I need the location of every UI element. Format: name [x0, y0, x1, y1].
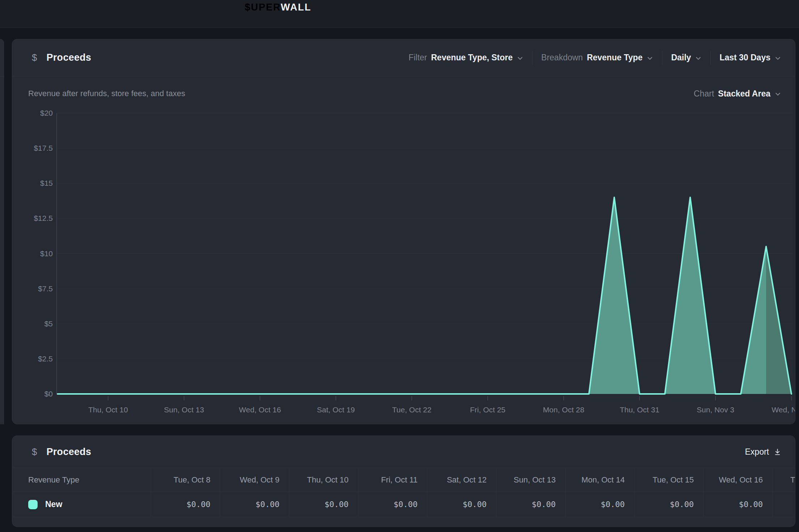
- column-header-date: Wed, Oct 16: [703, 468, 772, 492]
- chart-card-title: Proceeds: [46, 52, 91, 63]
- value-cell: $0.00: [358, 492, 427, 517]
- controls-divider: [532, 51, 533, 65]
- chevron-down-icon: [695, 55, 702, 62]
- proceeds-table-card: $ Proceeds Export Revenue TypeTue, Oct 8…: [12, 436, 795, 527]
- x-axis-tick-label: Tue, Oct 22: [372, 406, 452, 414]
- value-cell: $0.00: [151, 492, 220, 517]
- controls-divider: [710, 51, 711, 65]
- column-header-date: Mon, Oct 14: [565, 468, 634, 492]
- x-axis-tick-label: Mon, Oct 28: [524, 406, 603, 414]
- table-card-header: $ Proceeds Export: [12, 436, 795, 468]
- table-row[interactable]: New$0.00$0.00$0.00$0.00$0.00$0.00$0.00$0…: [12, 492, 795, 517]
- chart-type-dropdown[interactable]: Chart Stacked Area: [694, 89, 781, 99]
- y-axis-tick-label: $7.5: [21, 284, 53, 293]
- x-axis-tick-label: Sat, Oct 19: [296, 406, 376, 414]
- column-header-date: Thu, Oct 10: [289, 468, 358, 492]
- series-swatch: [28, 500, 38, 509]
- proceeds-table: Revenue TypeTue, Oct 8Wed, Oct 9Thu, Oct…: [12, 468, 795, 517]
- table-body: New$0.00$0.00$0.00$0.00$0.00$0.00$0.00$0…: [12, 492, 795, 517]
- proceeds-chart-card: $ Proceeds Filter Revenue Type, Store Br…: [12, 39, 795, 424]
- granularity-value: Daily: [671, 53, 691, 63]
- value-cell: $0.00: [565, 492, 634, 517]
- x-axis-tick-label: Sun, Oct 13: [144, 406, 224, 414]
- adjacent-card-divider: [0, 76, 4, 77]
- y-axis-tick-label: $5: [21, 319, 53, 329]
- granularity-dropdown[interactable]: Daily: [671, 53, 702, 63]
- breakdown-dropdown[interactable]: Breakdown Revenue Type: [541, 53, 653, 63]
- logo-accent: $UPER: [245, 2, 281, 13]
- chevron-down-icon: [774, 55, 781, 62]
- value-cell: $0.00: [703, 492, 772, 517]
- filter-value: Revenue Type, Store: [431, 53, 513, 63]
- filter-dropdown[interactable]: Filter Revenue Type, Store: [409, 53, 524, 63]
- dashboard-page: $UPERWALL $ Proceeds Filter Revenue Type…: [0, 0, 799, 532]
- dollar-icon: $: [32, 446, 37, 458]
- x-axis-tick-label: Sun, Nov 3: [676, 406, 755, 414]
- y-axis-tick-label: $17.5: [21, 143, 53, 153]
- chevron-down-icon: [774, 91, 781, 98]
- column-header-date: Tue, Oct 8: [151, 468, 220, 492]
- export-label: Export: [745, 447, 769, 457]
- controls-divider: [662, 51, 662, 65]
- export-button[interactable]: Export: [745, 447, 781, 457]
- chart-type-value: Stacked Area: [718, 89, 770, 99]
- x-axis-tick-label: Thu, Oct 10: [68, 406, 148, 414]
- column-header-date: Sat, Oct 12: [427, 468, 496, 492]
- proceeds-chart-svg[interactable]: [56, 111, 792, 403]
- adjacent-card-edge: [0, 39, 4, 424]
- y-axis-tick-label: $20: [21, 108, 53, 118]
- column-header-date: Thu, Oct 17: [772, 468, 795, 492]
- chart-header-controls: Filter Revenue Type, Store Breakdown Rev…: [409, 51, 781, 65]
- row-label-cell: New: [12, 492, 151, 517]
- row-label: New: [45, 499, 62, 509]
- y-axis-tick-label: $10: [21, 249, 53, 258]
- value-cell: $0.00: [427, 492, 496, 517]
- chart-card-header: $ Proceeds Filter Revenue Type, Store Br…: [12, 39, 795, 76]
- y-axis-tick-label: $2.5: [21, 354, 53, 364]
- area-fill: [57, 197, 791, 394]
- y-axis-tick-label: $12.5: [21, 214, 53, 223]
- download-icon: [774, 448, 781, 456]
- chevron-down-icon: [517, 55, 524, 62]
- column-header-date: Fri, Oct 11: [358, 468, 427, 492]
- y-axis-labels: $0$2.5$5$7.5$10$12.5$15$17.5$20: [21, 111, 53, 403]
- x-axis-tick-label: Fri, Oct 25: [448, 406, 527, 414]
- dollar-icon: $: [32, 52, 37, 63]
- column-header-revenue-type: Revenue Type: [12, 468, 151, 492]
- chevron-down-icon: [646, 55, 653, 62]
- column-header-date: Sun, Oct 13: [496, 468, 565, 492]
- column-header-date: Wed, Oct 9: [220, 468, 289, 492]
- value-cell: $0.00: [220, 492, 289, 517]
- value-cell: $0.00: [289, 492, 358, 517]
- value-cell: $0.00: [496, 492, 565, 517]
- chart-area: $0$2.5$5$7.5$10$12.5$15$17.5$20 Thu, Oct…: [21, 111, 795, 424]
- chart-subtitle-row: Revenue after refunds, store fees, and t…: [12, 86, 795, 102]
- chart-type-label: Chart: [694, 89, 714, 99]
- y-axis-tick-label: $15: [21, 179, 53, 188]
- logo-rest: WALL: [281, 2, 311, 13]
- date-range-dropdown[interactable]: Last 30 Days: [719, 53, 781, 63]
- superwall-logo[interactable]: $UPERWALL: [245, 0, 311, 14]
- x-axis-tick-label: Wed, Nov 6: [752, 406, 795, 414]
- x-axis-tick-label: Thu, Oct 31: [600, 406, 679, 414]
- column-header-date: Tue, Oct 15: [634, 468, 703, 492]
- value-cell: $0.00: [634, 492, 703, 517]
- table-card-title: Proceeds: [46, 446, 91, 458]
- date-range-value: Last 30 Days: [719, 53, 770, 63]
- breakdown-value: Revenue Type: [587, 53, 642, 63]
- breakdown-label: Breakdown: [541, 53, 583, 63]
- top-nav-bar: $UPERWALL: [0, 0, 799, 28]
- chart-subtitle: Revenue after refunds, store fees, and t…: [28, 89, 185, 98]
- table-header-row: Revenue TypeTue, Oct 8Wed, Oct 9Thu, Oct…: [12, 468, 795, 492]
- y-axis-tick-label: $0: [21, 389, 53, 399]
- value-cell: $0.00: [772, 492, 795, 517]
- filter-label: Filter: [409, 53, 427, 63]
- x-axis-tick-label: Wed, Oct 16: [220, 406, 300, 414]
